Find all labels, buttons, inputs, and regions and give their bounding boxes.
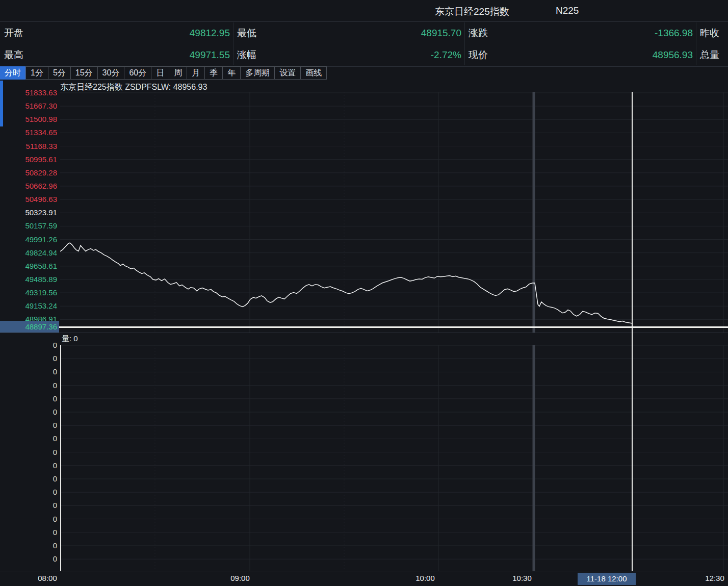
volume-level-label: 0 [0,421,57,430]
quote-value: -2.72% [431,44,461,66]
price-level-label: 50995.61 [0,155,57,164]
tab-5分[interactable]: 5分 [48,66,71,80]
price-level-label: 50323.91 [0,208,57,217]
time-axis: 11-18 12:00 08:0009:0010:0010:3012:30 [0,572,728,586]
quote-value: 49971.55 [190,44,230,66]
volume-level-label: 0 [0,341,57,350]
price-level-label: 49485.89 [0,275,57,284]
quote-value: 48915.70 [421,22,461,44]
quote-label: 最高 [4,44,23,66]
time-tick-10:30: 10:30 [512,574,532,582]
crosshair-price-badge: 48897.36 [0,321,59,333]
quote-info-panel: 开盘49812.95最低48915.70涨跌-1366.98昨收最高49971.… [0,21,728,67]
tab-画线[interactable]: 画线 [300,66,327,80]
tab-季[interactable]: 季 [204,66,223,80]
volume-level-label: 0 [0,474,57,483]
crosshair-horizontal-line [59,326,728,328]
quote-label: 涨跌 [469,22,488,44]
tab-年[interactable]: 年 [222,66,241,80]
instrument-symbol: N225 [556,5,579,16]
price-level-label: 49153.24 [0,301,57,311]
price-level-label: 51334.65 [0,128,57,137]
time-tick-08:00: 08:00 [38,574,57,582]
quote-cell-昨收: 昨收 [696,22,728,44]
quote-value: 48956.93 [653,44,693,66]
window-header: 东京日经225指数 N225 [0,0,728,22]
quote-cell-涨幅: 涨幅-2.72% [233,44,464,66]
tab-日[interactable]: 日 [151,66,169,80]
column-divider [464,22,465,65]
crosshair-time-badge: 11-18 12:00 [578,573,636,585]
quote-label: 最低 [237,22,256,44]
quote-cell-最低: 最低48915.70 [233,22,464,44]
price-level-label: 51168.33 [0,142,57,151]
quote-label: 涨幅 [237,44,256,66]
volume-level-label: 0 [0,488,57,497]
volume-level-label: 0 [0,515,57,524]
quote-value: 49812.95 [190,22,230,44]
price-level-label: 51833.63 [0,88,57,97]
price-level-label: 51667.30 [0,101,57,111]
volume-level-label: 0 [0,434,57,443]
time-tick-10:00: 10:00 [415,574,435,582]
volume-level-label: 0 [0,461,57,470]
tab-月[interactable]: 月 [187,66,205,80]
quote-cell-最高: 最高49971.55 [0,44,233,66]
price-level-label: 50157.59 [0,221,57,231]
period-tab-bar: 分时1分5分15分30分60分日周月季年多周期设置画线 [0,66,327,81]
quote-value: -1366.98 [655,22,693,44]
tab-设置[interactable]: 设置 [274,66,301,80]
quote-label: 昨收 [700,22,719,44]
volume-level-label: 0 [0,407,57,417]
volume-left-axis-line [60,345,61,571]
quote-cell-总量: 总量 [696,44,728,66]
tab-分时[interactable]: 分时 [0,66,26,80]
price-level-label: 50662.96 [0,182,57,191]
tab-周[interactable]: 周 [169,66,187,80]
trading-app-screen: 东京日经225指数 N225 开盘49812.95最低48915.70涨跌-13… [0,0,728,586]
instrument-title: 东京日经225指数 [435,5,509,18]
volume-level-label: 0 [0,354,57,363]
price-level-label: 50496.63 [0,195,57,204]
quote-label: 开盘 [4,22,23,44]
column-divider [696,22,696,65]
price-level-label: 51500.98 [0,115,57,124]
quote-cell-开盘: 开盘49812.95 [0,22,233,44]
volume-level-label: 0 [0,528,57,537]
quote-label: 总量 [700,44,719,66]
price-plot[interactable] [60,92,728,333]
volume-level-label: 0 [0,381,57,390]
tab-1分[interactable]: 1分 [25,66,48,80]
tab-15分[interactable]: 15分 [70,66,98,80]
time-tick-12:30: 12:30 [705,574,724,582]
time-tick-09:00: 09:00 [230,574,250,582]
price-level-label: 50829.28 [0,168,57,177]
quote-cell-现价: 现价48956.93 [464,44,696,66]
volume-level-label: 0 [0,394,57,403]
volume-level-label: 0 [0,554,57,564]
quote-label: 现价 [469,44,488,66]
volume-level-label: 0 [0,541,57,550]
price-level-label: 49991.26 [0,235,57,244]
price-level-label: 49658.61 [0,262,57,271]
crosshair-vertical-line [632,92,633,571]
volume-level-label: 0 [0,367,57,376]
chart-area[interactable]: 51833.6351667.3051500.9851334.6551168.33… [0,81,728,586]
quote-cell-涨跌: 涨跌-1366.98 [464,22,696,44]
pane-divider [0,333,728,333]
volume-readout: 量: 0 [62,334,78,344]
price-line [60,243,632,323]
tab-30分[interactable]: 30分 [97,66,125,80]
volume-level-label: 0 [0,448,57,457]
price-level-label: 49319.56 [0,288,57,297]
column-divider [233,22,233,65]
chart-title-readout: 东京日经225指数 ZSDPFSLW: 48956.93 [60,82,207,93]
volume-level-label: 0 [0,501,57,510]
tab-60分[interactable]: 60分 [124,66,151,80]
volume-plot[interactable] [60,345,728,571]
tab-多周期[interactable]: 多周期 [240,66,275,80]
price-level-label: 49824.94 [0,248,57,258]
